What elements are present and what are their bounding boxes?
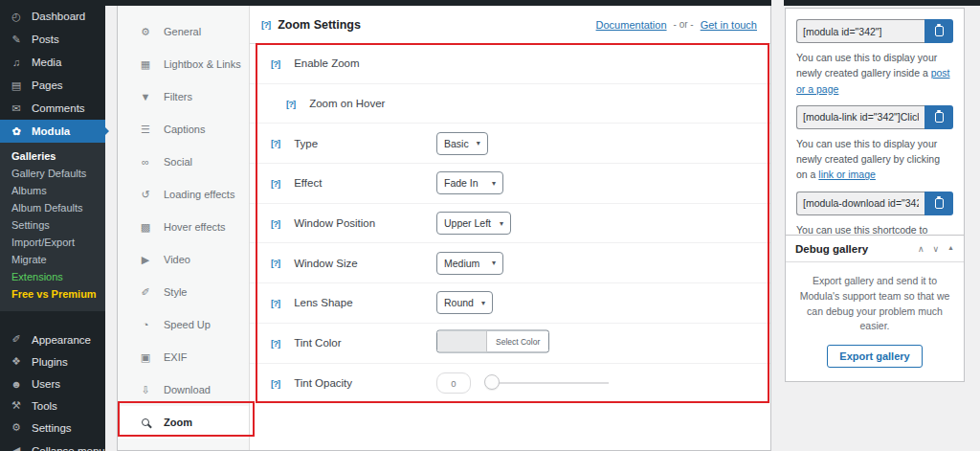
move-down-icon[interactable]: ∨ [932, 244, 939, 254]
sidebar-item-label: Appearance [32, 334, 91, 346]
tab-label: Hover effects [164, 221, 226, 233]
admin-bar-strip [0, 0, 771, 6]
chevron-down-icon: ▾ [500, 219, 503, 228]
modula-link-shortcode-input[interactable] [796, 105, 924, 129]
documentation-link[interactable]: Documentation [596, 19, 667, 31]
sidebar-item-label: Comments [32, 102, 85, 114]
setting-label: Tint Opacity [294, 377, 352, 389]
sidebar-item-posts[interactable]: ✎ Posts [0, 28, 105, 51]
help-icon: [?] [271, 58, 279, 69]
clipboard-icon [935, 112, 944, 123]
tab-lightbox-links[interactable]: ▦ Lightbox & Links [118, 48, 249, 80]
window-size-select[interactable]: Medium ▾ [436, 252, 503, 275]
copy-shortcode-button[interactable] [924, 19, 953, 43]
move-up-icon[interactable]: ∧ [918, 244, 924, 254]
submenu-item-album-defaults[interactable]: Album Defaults [0, 199, 105, 216]
submenu-item-gallery-defaults[interactable]: Gallery Defaults [0, 165, 105, 182]
sidebar-item-settings[interactable]: ⚙ Settings [0, 417, 105, 439]
chevron-down-icon: ▾ [492, 259, 496, 267]
color-swatch [437, 331, 487, 352]
brush-icon: ✐ [139, 286, 152, 299]
help-icon: [?] [271, 338, 279, 349]
tab-speed-up[interactable]: ◔ Speed Up [118, 308, 249, 341]
tab-label: Speed Up [164, 319, 211, 330]
chevron-down-icon: ▾ [492, 179, 496, 188]
tab-exif[interactable]: ▣ EXIF [118, 341, 249, 373]
tab-social[interactable]: ∞ Social [118, 146, 249, 178]
modula-download-shortcode-input[interactable] [796, 192, 924, 215]
tab-style[interactable]: ✐ Style [118, 276, 249, 308]
tab-custom-css[interactable]: ƒ Custom CSS [118, 439, 249, 450]
sidebar-item-media[interactable]: ♫ Media [0, 51, 105, 74]
modula-submenu: Galleries Gallery Defaults Albums Album … [0, 143, 105, 311]
submenu-item-galleries[interactable]: Galleries [0, 147, 105, 165]
window-position-select[interactable]: Upper Left ▾ [436, 212, 511, 235]
type-select[interactable]: Basic ▾ [436, 132, 488, 155]
tab-video[interactable]: ▶ Video [118, 243, 249, 276]
select-value: Fade In [444, 177, 479, 189]
collapse-menu-button[interactable]: ◀ Collapse menu [0, 440, 105, 451]
sidebar-item-appearance[interactable]: ✐ Appearance [0, 328, 105, 350]
gear-icon: ⚙ [139, 26, 152, 38]
sidebar-item-comments[interactable]: ✉ Comments [0, 97, 105, 120]
submenu-item-albums[interactable]: Albums [0, 182, 105, 199]
lens-shape-select[interactable]: Round ▾ [436, 291, 493, 314]
sidebar-item-pages[interactable]: ▤ Pages [0, 74, 105, 97]
submenu-item-migrate[interactable]: Migrate [0, 251, 105, 268]
help-icon: [?] [261, 19, 270, 30]
appearance-icon: ✐ [10, 333, 23, 346]
export-gallery-button[interactable]: Export gallery [827, 345, 922, 368]
copy-shortcode-button[interactable] [924, 105, 953, 129]
tab-label: Filters [164, 91, 192, 102]
debug-gallery-header: Debug gallery ∧ ∨ ▲ [786, 236, 964, 262]
sidebar-item-label: Dashboard [32, 11, 85, 22]
setting-row-window-position: [?] Window Position Upper Left ▾ [250, 204, 770, 244]
setting-label: Type [294, 138, 318, 149]
effect-select[interactable]: Fade In ▾ [436, 171, 503, 194]
collapse-icon: ◀ [10, 444, 23, 451]
get-in-touch-link[interactable]: Get in touch [701, 19, 757, 31]
tab-loading-effects[interactable]: ↺ Loading effects [118, 178, 249, 211]
setting-label: Zoom on Hover [309, 98, 385, 109]
link-or-image-link[interactable]: link or image [818, 169, 876, 180]
tab-label: Download [164, 384, 211, 395]
submenu-item-import-export[interactable]: Import/Export [0, 234, 105, 251]
help-icon: [?] [271, 218, 279, 229]
sidebar-item-plugins[interactable]: ❖ Plugins [0, 350, 105, 372]
help-icon: [?] [271, 298, 279, 308]
submenu-item-free-vs-premium[interactable]: Free vs Premium [0, 285, 105, 303]
modula-settings-container: ⚙ General ▦ Lightbox & Links ▼ Filters ☰… [117, 5, 771, 451]
tab-download[interactable]: ⇩ Download [118, 373, 249, 406]
dashboard-icon: ◴ [10, 11, 23, 23]
speedometer-icon: ◔ [139, 319, 152, 330]
modula-shortcode-input[interactable] [796, 19, 924, 43]
sidebar-item-users[interactable]: ☻ Users [0, 372, 105, 395]
sidebar-item-modula[interactable]: ✿ Modula [0, 120, 105, 143]
toggle-panel-icon[interactable]: ▲ [947, 244, 954, 254]
sidebar-item-dashboard[interactable]: ◴ Dashboard [0, 5, 105, 28]
tab-general[interactable]: ⚙ General [118, 15, 249, 48]
tab-zoom[interactable]: Zoom [118, 406, 249, 439]
wp-admin-sidebar: ◴ Dashboard ✎ Posts ♫ Media ▤ Pages ✉ Co… [0, 0, 105, 451]
tab-hover-effects[interactable]: ▩ Hover effects [118, 211, 249, 243]
slider-knob[interactable] [484, 374, 500, 390]
setting-row-tint-opacity: [?] Tint Opacity 0 [250, 364, 770, 404]
tab-filters[interactable]: ▼ Filters [118, 80, 249, 113]
magnifier-icon [139, 417, 152, 428]
modula-icon: ✿ [10, 125, 23, 138]
tint-color-button[interactable]: Select Color [436, 330, 549, 353]
help-icon: [?] [286, 99, 295, 109]
select-value: Round [444, 297, 474, 308]
camera-icon: ▣ [139, 351, 152, 364]
sidebar-item-tools[interactable]: ⚒ Tools [0, 395, 105, 417]
tab-captions[interactable]: ☰ Captions [118, 113, 249, 146]
setting-label: Window Size [294, 258, 357, 269]
select-color-label: Select Color [487, 331, 548, 352]
admin-bar-strip [784, 0, 980, 6]
tint-opacity-slider[interactable] [492, 382, 609, 384]
submenu-item-settings[interactable]: Settings [0, 216, 105, 234]
copy-shortcode-button[interactable] [924, 192, 953, 215]
tab-label: Custom CSS [164, 449, 225, 450]
shortcode-description: You can use this to display your newly c… [796, 136, 953, 183]
submenu-item-extensions[interactable]: Extensions [0, 268, 105, 285]
